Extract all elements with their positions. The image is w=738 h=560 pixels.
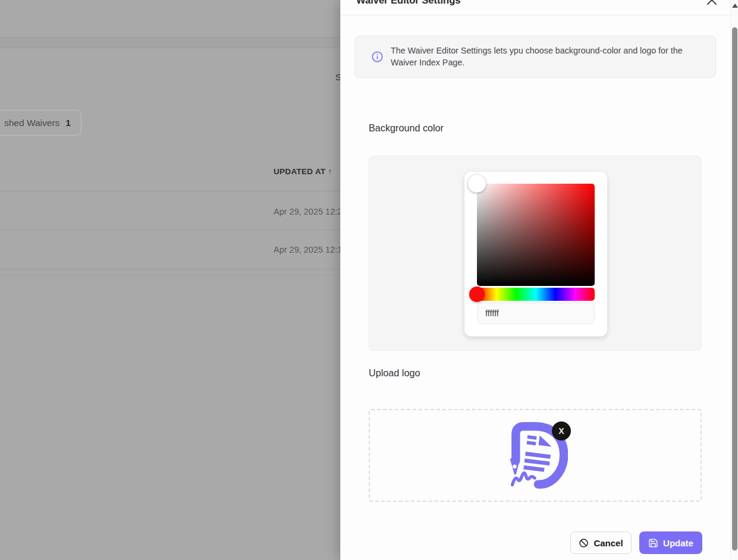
tab-published-waivers[interactable]: shed Waivers 1 [0, 110, 81, 136]
hex-color-input[interactable] [477, 303, 595, 324]
color-picker-panel [369, 156, 702, 351]
info-text: The Waiver Editor Settings lets ypu choo… [391, 45, 695, 68]
background-color-label: Background color [369, 122, 444, 134]
update-label: Update [663, 538, 693, 548]
info-icon [372, 51, 383, 62]
header-divider [341, 15, 730, 15]
drawer-title: Waiver Editor Settings [356, 0, 460, 6]
table-row[interactable]: Apr 29, 2025 12:1 [274, 245, 342, 254]
remove-logo-label: X [558, 426, 564, 436]
scrollbar[interactable] [730, 0, 738, 560]
column-header-updated-at[interactable]: UPDATED AT↑ [274, 167, 332, 176]
info-banner: The Waiver Editor Settings lets ypu choo… [354, 36, 716, 78]
table-row[interactable]: Apr 29, 2025 12:2 [274, 207, 342, 216]
update-button[interactable]: Update [639, 531, 702, 554]
updated-at-cell: Apr 29, 2025 12:2 [274, 207, 342, 216]
remove-logo-button[interactable]: X [552, 421, 571, 441]
scrollbar-up-arrow[interactable] [732, 4, 738, 8]
tab-count-badge: 1 [65, 118, 71, 128]
sort-ascending-icon: ↑ [328, 167, 332, 176]
hue-slider[interactable] [477, 288, 595, 301]
app-root: S shed Waivers 1 UPDATED AT↑ Apr 29, 202… [0, 0, 738, 560]
color-picker [464, 172, 607, 336]
save-icon [648, 538, 658, 548]
tab-label: shed Waivers [4, 118, 59, 128]
cancel-label: Cancel [593, 538, 623, 548]
saturation-area[interactable] [477, 184, 595, 286]
upload-logo-label: Upload logo [369, 367, 420, 379]
cancel-button[interactable]: Cancel [570, 531, 632, 554]
waiver-editor-settings-drawer: Waiver Editor Settings The Waiver Editor… [340, 0, 730, 560]
logo-dropzone[interactable]: X [369, 409, 702, 502]
updated-at-cell: Apr 29, 2025 12:1 [274, 245, 342, 254]
close-icon[interactable] [705, 0, 719, 8]
hue-handle[interactable] [469, 287, 485, 302]
saturation-handle[interactable] [468, 175, 486, 193]
column-header-label: UPDATED AT [274, 167, 326, 176]
ban-icon [579, 538, 589, 548]
scrollbar-thumb[interactable] [732, 27, 737, 550]
